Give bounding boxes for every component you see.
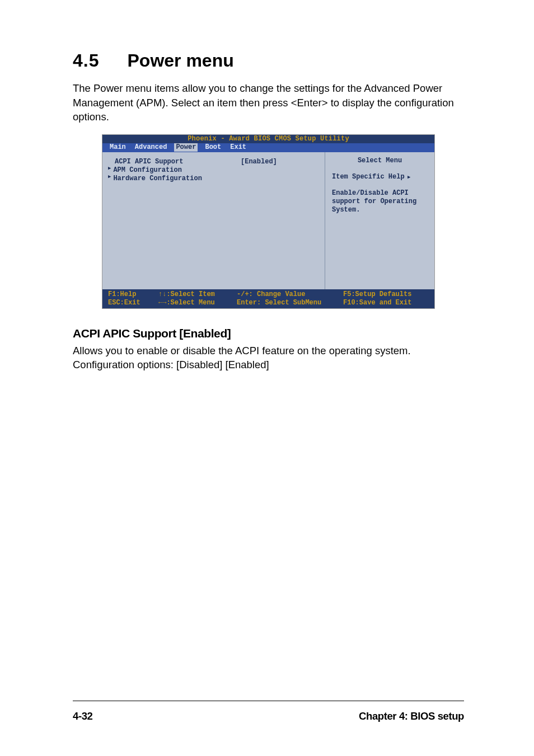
- bios-tab-exit[interactable]: Exit: [228, 143, 248, 152]
- intro-paragraph: The Power menu items allow you to change…: [73, 81, 459, 124]
- bios-left-pane: ACPI APIC Support [Enabled] APM Configur…: [102, 152, 325, 289]
- bios-main-area: ACPI APIC Support [Enabled] APM Configur…: [102, 152, 434, 289]
- chapter-label: Chapter 4: BIOS setup: [359, 710, 464, 722]
- bios-footer-col1: F1:Help ESC:Exit: [108, 290, 158, 307]
- bios-item-acpi[interactable]: ACPI APIC Support [Enabled]: [115, 158, 321, 166]
- bios-item-specific-help: Item Specific Help: [332, 173, 428, 181]
- bios-item-value: [Enabled]: [241, 158, 319, 166]
- bios-item-hardware[interactable]: Hardware Configuration: [115, 175, 321, 183]
- bios-tab-power[interactable]: Power: [174, 143, 198, 152]
- section-title-text: Power menu: [127, 50, 233, 71]
- bios-screenshot: Phoenix - Award BIOS CMOS Setup Utility …: [102, 134, 435, 309]
- bios-item-label: Hardware Configuration: [113, 175, 239, 183]
- bios-footer-col3: -/+: Change Value Enter: Select SubMenu: [237, 290, 343, 307]
- bios-help-text: Enable/Disable ACPI support for Operatin…: [332, 189, 428, 214]
- bios-footer-bar: F1:Help ESC:Exit ↑↓:Select Item ←→:Selec…: [102, 289, 434, 308]
- section-number: 4.5: [73, 50, 99, 71]
- section-heading: 4.5Power menu: [73, 50, 464, 71]
- page-number: 4-32: [73, 710, 92, 722]
- subsection-body: Allows you to enable or disable the ACPI…: [73, 344, 459, 372]
- bios-item-label: APM Configuration: [113, 166, 239, 175]
- bios-footer-col2: ↑↓:Select Item ←→:Select Menu: [158, 290, 237, 307]
- bios-title-bar: Phoenix - Award BIOS CMOS Setup Utility: [102, 135, 434, 143]
- bios-right-pane: Select Menu Item Specific Help Enable/Di…: [325, 152, 434, 289]
- bios-item-value: [239, 166, 317, 175]
- bios-select-menu-title: Select Menu: [332, 157, 428, 165]
- bios-tab-main[interactable]: Main: [108, 143, 128, 152]
- bios-tab-advanced[interactable]: Advanced: [133, 143, 169, 152]
- bios-tab-boot[interactable]: Boot: [203, 143, 223, 152]
- page-footer: 4-32 Chapter 4: BIOS setup: [73, 701, 464, 722]
- bios-item-apm[interactable]: APM Configuration: [115, 166, 321, 175]
- subsection-heading: ACPI APIC Support [Enabled]: [73, 327, 464, 340]
- bios-item-value: [239, 175, 317, 183]
- bios-menu-bar: Main Advanced Power Boot Exit: [102, 143, 434, 152]
- bios-item-label: ACPI APIC Support: [115, 158, 241, 166]
- bios-footer-col4: F5:Setup Defaults F10:Save and Exit: [343, 290, 429, 307]
